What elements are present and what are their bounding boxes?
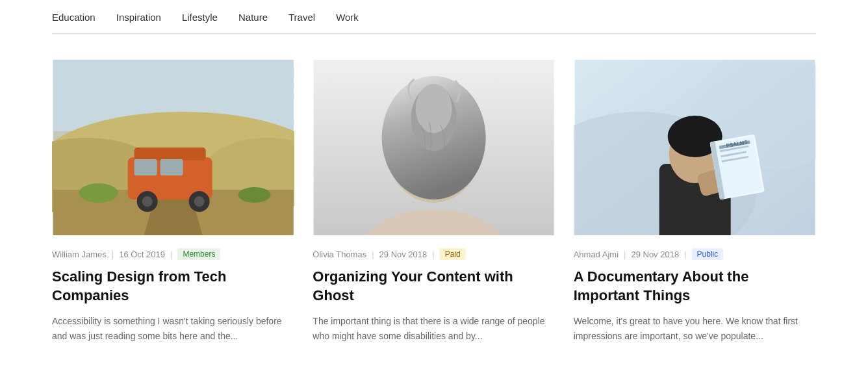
card-date: 29 Nov 2018 (631, 250, 679, 259)
card-body: Olivia Thomas | 29 Nov 2018 | Paid Organ… (313, 235, 555, 343)
card-meta: Olivia Thomas | 29 Nov 2018 | Paid (313, 248, 555, 260)
card-excerpt: Accessibility is something I wasn't taki… (52, 314, 294, 343)
nav-item-travel[interactable]: Travel (288, 12, 315, 23)
card-author: Ahmad Ajmi (574, 250, 619, 259)
svg-rect-9 (134, 159, 157, 175)
card-card-1[interactable]: William James | 16 Oct 2019 | Members Sc… (52, 60, 294, 343)
card-body: Ahmad Ajmi | 29 Nov 2018 | Public A Docu… (574, 235, 816, 343)
svg-point-16 (238, 187, 271, 203)
svg-point-14 (194, 196, 205, 207)
card-title: Organizing Your Content with Ghost (313, 268, 555, 305)
nav-bar: EducationInspirationLifestyleNatureTrave… (52, 0, 816, 34)
card-card-3[interactable]: PSALMS Ahmad Ajmi | 29 Nov 2018 | Public… (574, 60, 816, 343)
card-date: 16 Oct 2019 (119, 250, 165, 259)
meta-separator: | (372, 250, 374, 259)
card-author: William James (52, 250, 107, 259)
nav-item-lifestyle[interactable]: Lifestyle (182, 12, 218, 23)
nav-item-education[interactable]: Education (52, 12, 96, 23)
card-excerpt: Welcome, it's great to have you here. We… (574, 314, 816, 343)
meta-separator-2: | (684, 250, 686, 259)
svg-point-15 (79, 183, 118, 203)
meta-separator-2: | (432, 250, 434, 259)
card-card-2[interactable]: Olivia Thomas | 29 Nov 2018 | Paid Organ… (313, 60, 555, 343)
svg-point-12 (142, 196, 153, 207)
card-meta: William James | 16 Oct 2019 | Members (52, 248, 294, 260)
meta-separator-2: | (170, 250, 172, 259)
page-container: EducationInspirationLifestyleNatureTrave… (0, 0, 868, 343)
card-image-3: PSALMS (574, 60, 816, 235)
card-body: William James | 16 Oct 2019 | Members Sc… (52, 235, 294, 343)
card-title: A Documentary About the Important Things (574, 268, 816, 305)
card-badge: Members (177, 248, 220, 260)
nav-item-inspiration[interactable]: Inspiration (116, 12, 161, 23)
cards-grid: William James | 16 Oct 2019 | Members Sc… (52, 60, 816, 343)
svg-rect-10 (160, 159, 183, 175)
nav-item-work[interactable]: Work (336, 12, 359, 23)
nav-item-nature[interactable]: Nature (238, 12, 268, 23)
card-image-1 (52, 60, 294, 235)
card-badge: Public (692, 248, 724, 260)
card-title: Scaling Design from Tech Companies (52, 268, 294, 305)
card-excerpt: The important thing is that there is a w… (313, 314, 555, 343)
card-badge: Paid (440, 248, 466, 260)
meta-separator: | (112, 250, 114, 259)
card-meta: Ahmad Ajmi | 29 Nov 2018 | Public (574, 248, 816, 260)
svg-rect-8 (134, 148, 206, 161)
card-date: 29 Nov 2018 (379, 250, 428, 259)
meta-separator: | (624, 250, 626, 259)
card-author: Olivia Thomas (313, 250, 366, 259)
card-image-2 (313, 60, 555, 235)
